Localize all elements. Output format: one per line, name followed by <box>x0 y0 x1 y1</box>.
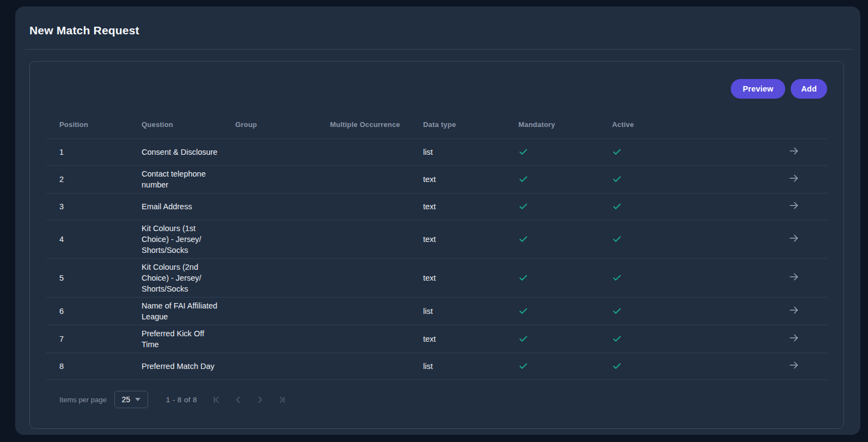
mandatory-cell <box>518 193 612 220</box>
question-cell: Kit Colours (2nd Choice) - Jersey/ Short… <box>142 259 235 298</box>
position-cell: 2 <box>46 166 142 193</box>
check-icon <box>518 306 528 316</box>
check-icon <box>612 202 622 211</box>
group-cell <box>235 298 330 325</box>
row-open-button[interactable] <box>788 304 800 316</box>
mandatory-cell <box>518 220 612 259</box>
add-button[interactable]: Add <box>791 79 827 99</box>
column-header-active: Active <box>612 106 707 139</box>
multiple-occurrence-cell <box>330 139 423 166</box>
arrow-right-icon <box>788 232 800 244</box>
check-icon <box>518 202 528 211</box>
previous-page-button[interactable] <box>227 389 249 410</box>
data-type-cell: text <box>423 193 518 220</box>
mandatory-cell <box>518 259 612 298</box>
multiple-occurrence-cell <box>330 298 423 325</box>
check-icon <box>612 334 622 344</box>
check-icon <box>612 306 622 316</box>
first-page-icon <box>211 395 222 405</box>
table-body: 1 Consent & Disclosure list 2 Contact te… <box>46 139 827 380</box>
row-open-button[interactable] <box>788 172 800 184</box>
table-row: 4 Kit Colours (1st Choice) - Jersey/ Sho… <box>46 220 827 259</box>
multiple-occurrence-cell <box>330 353 423 380</box>
check-icon <box>612 147 622 157</box>
row-open-button[interactable] <box>788 199 800 211</box>
check-icon <box>518 147 528 157</box>
arrow-right-icon <box>788 359 800 371</box>
table-header-row: Position Question Group Multiple Occurre… <box>46 106 827 139</box>
data-type-cell: text <box>423 220 518 259</box>
paginator: Items per page 25 1 - 8 of 8 <box>46 380 827 419</box>
multiple-occurrence-cell <box>330 220 423 259</box>
position-cell: 5 <box>46 259 142 298</box>
row-open-button[interactable] <box>788 332 800 344</box>
main-panel: New Match Request Preview Add Position Q… <box>15 7 860 435</box>
last-page-button[interactable] <box>271 389 292 410</box>
check-icon <box>518 334 528 344</box>
check-icon <box>518 174 528 184</box>
question-cell: Kit Colours (1st Choice) - Jersey/ Short… <box>142 220 235 259</box>
question-cell: Preferred Match Day <box>142 353 235 380</box>
row-action-cell <box>707 259 827 298</box>
mandatory-cell <box>518 298 612 325</box>
mandatory-cell <box>518 325 612 353</box>
check-icon <box>518 361 528 371</box>
table-row: 8 Preferred Match Day list <box>46 353 827 380</box>
column-header-position: Position <box>46 106 142 139</box>
caret-down-icon <box>135 398 140 401</box>
data-type-cell: text <box>423 259 518 298</box>
position-cell: 4 <box>46 220 142 259</box>
group-cell <box>235 353 330 380</box>
page-size-select[interactable]: 25 <box>114 391 148 408</box>
active-cell <box>612 298 707 325</box>
arrow-right-icon <box>788 304 800 316</box>
items-per-page-label: Items per page <box>59 396 107 404</box>
row-open-button[interactable] <box>788 271 800 283</box>
group-cell <box>235 193 330 220</box>
active-cell <box>612 166 707 193</box>
position-cell: 6 <box>46 298 142 325</box>
chevron-right-icon <box>255 395 265 405</box>
position-cell: 1 <box>46 139 142 166</box>
active-cell <box>612 259 707 298</box>
group-cell <box>235 259 330 298</box>
row-open-button[interactable] <box>788 232 800 244</box>
multiple-occurrence-cell <box>330 193 423 220</box>
multiple-occurrence-cell <box>330 166 423 193</box>
mandatory-cell <box>518 353 612 380</box>
title-divider <box>25 49 853 50</box>
active-cell <box>612 139 707 166</box>
row-action-cell <box>707 353 827 380</box>
group-cell <box>235 166 330 193</box>
active-cell <box>612 325 707 353</box>
check-icon <box>612 234 622 244</box>
arrow-right-icon <box>788 332 800 344</box>
row-action-cell <box>707 139 827 166</box>
arrow-right-icon <box>788 145 800 157</box>
check-icon <box>612 361 622 371</box>
question-cell: Consent & Disclosure <box>142 139 235 166</box>
row-open-button[interactable] <box>788 145 800 157</box>
data-type-cell: list <box>423 298 518 325</box>
multiple-occurrence-cell <box>330 325 423 353</box>
arrow-right-icon <box>788 199 800 211</box>
question-cell: Preferred Kick Off Time <box>142 325 235 353</box>
row-open-button[interactable] <box>788 359 800 371</box>
table-row: 2 Contact telephone number text <box>46 166 827 193</box>
mandatory-cell <box>518 139 612 166</box>
preview-button[interactable]: Preview <box>731 79 785 99</box>
first-page-button[interactable] <box>205 389 227 410</box>
question-cell: Email Address <box>142 193 235 220</box>
last-page-icon <box>277 395 287 405</box>
row-action-cell <box>707 193 827 220</box>
check-icon <box>612 273 622 283</box>
next-page-button[interactable] <box>249 389 271 410</box>
table-row: 1 Consent & Disclosure list <box>46 139 827 166</box>
card-actions: Preview Add <box>46 79 827 99</box>
data-type-cell: list <box>423 353 518 380</box>
row-action-cell <box>707 220 827 259</box>
question-cell: Name of FAI Affiliated League <box>142 298 235 325</box>
row-action-cell <box>707 298 827 325</box>
data-type-cell: list <box>423 139 518 166</box>
column-header-group: Group <box>235 106 330 139</box>
